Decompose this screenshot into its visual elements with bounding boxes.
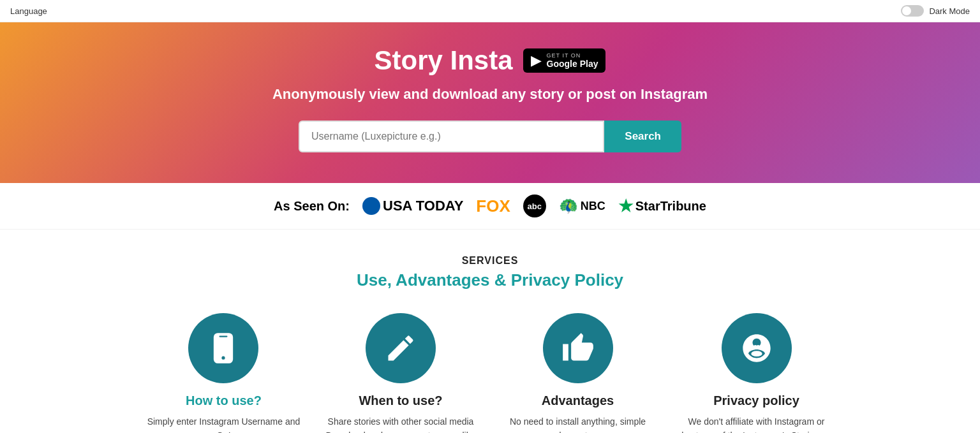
privacy-policy-desc: We don't affiliate with Instagram or hos… xyxy=(680,415,833,433)
startribune-logo: ★ StarTribune xyxy=(618,196,706,216)
card-when-to-use: When to use? Share stories with other so… xyxy=(325,313,475,433)
service-cards: How to use? Simply enter Instagram Usern… xyxy=(10,313,970,433)
how-to-use-title: How to use? xyxy=(147,393,300,408)
nbc-peacock-icon: 🦚 xyxy=(559,197,578,215)
services-section: SERVICES Use, Advantages & Privacy Polic… xyxy=(0,230,980,433)
star-icon: ★ xyxy=(618,196,633,216)
fox-text: FOX xyxy=(476,196,510,216)
startribune-text: StarTribune xyxy=(635,199,706,214)
abc-logo: abc xyxy=(523,194,546,217)
svg-point-3 xyxy=(751,351,762,356)
services-title: Use, Advantages & Privacy Policy xyxy=(10,270,970,290)
how-to-use-desc: Simply enter Instagram Username and Go! xyxy=(147,415,300,433)
abc-badge: abc xyxy=(523,194,546,217)
get-it-on-label: GET IT ON xyxy=(547,52,581,59)
google-play-icon: ▶ xyxy=(531,52,542,69)
nbc-text: NBC xyxy=(581,200,605,213)
how-to-use-icon-circle xyxy=(188,313,258,383)
nbc-logo: 🦚 NBC xyxy=(559,197,605,215)
topbar: Language Dark Mode xyxy=(0,0,980,22)
search-input[interactable] xyxy=(299,121,604,152)
card-how-to-use: How to use? Simply enter Instagram Usern… xyxy=(147,313,300,433)
thumbsup-icon xyxy=(561,332,595,365)
hero-subtitle: Anonymously view and download any story … xyxy=(10,86,970,103)
hero-title-row: Story Insta ▶ GET IT ON Google Play xyxy=(10,45,970,76)
pencil-icon xyxy=(384,332,417,365)
advantages-desc: No need to install anything, simple and … xyxy=(501,415,655,433)
as-seen-on-bar: As Seen On: USA TODAY FOX abc 🦚 NBC ★ St… xyxy=(0,183,980,230)
privacy-policy-title: Privacy policy xyxy=(680,393,833,408)
google-play-label: Google Play xyxy=(547,59,598,69)
usa-today-logo: USA TODAY xyxy=(362,197,463,215)
card-privacy-policy: Privacy policy We don't affiliate with I… xyxy=(680,313,833,433)
services-label: SERVICES xyxy=(10,255,970,267)
language-selector[interactable]: Language xyxy=(10,6,47,16)
advantages-title: Advantages xyxy=(501,393,655,408)
fox-logo: FOX xyxy=(476,196,510,216)
svg-rect-2 xyxy=(219,336,228,337)
dark-mode-toggle[interactable]: Dark Mode xyxy=(901,5,970,17)
as-seen-on-label: As Seen On: xyxy=(274,199,350,214)
when-to-use-title: When to use? xyxy=(325,393,475,408)
google-play-text: GET IT ON Google Play xyxy=(547,52,598,69)
dark-mode-label: Dark Mode xyxy=(929,6,970,16)
when-to-use-icon-circle xyxy=(366,313,436,383)
phone-icon xyxy=(207,332,240,365)
incognito-icon xyxy=(740,332,773,365)
site-title: Story Insta xyxy=(375,45,513,76)
svg-point-1 xyxy=(222,356,225,360)
usa-today-text: USA TODAY xyxy=(383,198,463,214)
dark-mode-switch[interactable] xyxy=(901,5,924,17)
usa-today-dot xyxy=(362,197,380,215)
search-button[interactable]: Search xyxy=(604,121,681,152)
hero-section: Story Insta ▶ GET IT ON Google Play Anon… xyxy=(0,22,980,183)
google-play-badge[interactable]: ▶ GET IT ON Google Play xyxy=(523,48,606,73)
card-advantages: Advantages No need to install anything, … xyxy=(501,313,655,433)
when-to-use-desc: Share stories with other social mediaDow… xyxy=(325,415,475,433)
privacy-policy-icon-circle xyxy=(722,313,792,383)
search-bar: Search xyxy=(299,121,681,152)
advantages-icon-circle xyxy=(543,313,613,383)
